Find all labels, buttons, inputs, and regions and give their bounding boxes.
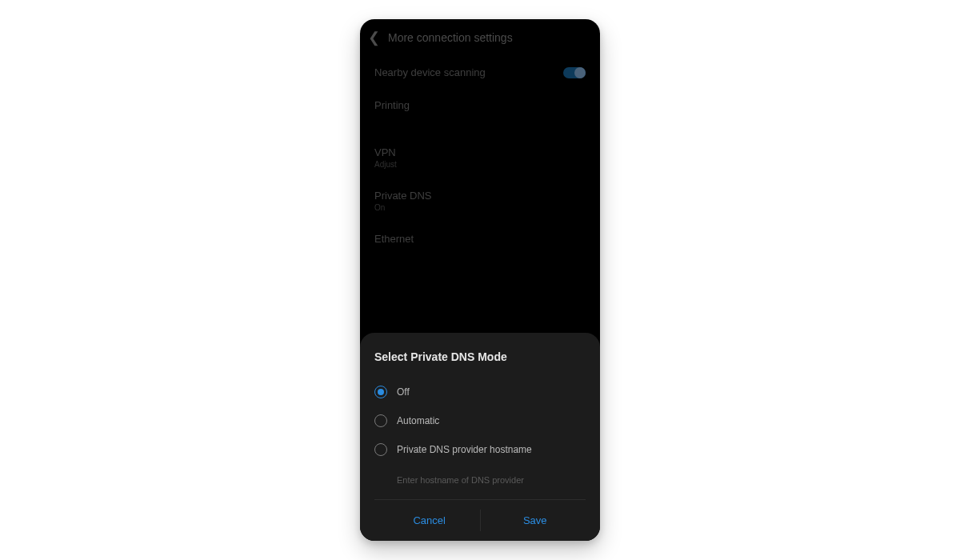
radio-hostname-icon[interactable] [374,443,387,456]
row-sublabel: On [374,203,432,212]
divider [480,510,481,531]
row-label: Private DNS [374,190,432,202]
row-label: Ethernet [374,233,414,245]
settings-list: Nearby device scanning Printing VPN Adju… [360,56,600,255]
phone-screen: ❮ More connection settings Nearby device… [360,19,600,541]
row-private-dns[interactable]: Private DNS On [360,179,600,222]
dialog-actions: Cancel Save [374,500,586,531]
row-ethernet[interactable]: Ethernet [360,222,600,255]
row-vpn[interactable]: VPN Adjust [360,136,600,179]
radio-automatic-icon[interactable] [374,414,387,427]
row-sublabel: Adjust [374,160,397,169]
option-hostname[interactable]: Private DNS provider hostname [374,435,586,464]
row-label: Printing [374,99,410,111]
option-label: Automatic [397,415,439,426]
option-automatic[interactable]: Automatic [374,406,586,435]
option-off[interactable]: Off [374,378,586,406]
row-printing[interactable]: Printing [360,89,600,122]
radio-off-icon[interactable] [374,386,387,398]
page-title: More connection settings [388,31,513,44]
row-nearby-device-scanning[interactable]: Nearby device scanning [360,56,600,89]
back-icon[interactable]: ❮ [368,30,380,45]
hostname-input[interactable]: Enter hostname of DNS provider [374,464,586,500]
topbar: ❮ More connection settings [360,19,600,56]
row-label: VPN [374,146,397,158]
row-label: Nearby device scanning [374,66,486,78]
option-label: Private DNS provider hostname [397,444,532,455]
cancel-button[interactable]: Cancel [394,510,464,531]
dialog-title: Select Private DNS Mode [374,350,586,363]
private-dns-dialog: Select Private DNS Mode Off Automatic Pr… [360,333,600,541]
option-label: Off [397,386,410,398]
toggle-nearby-device-scanning[interactable] [563,67,586,78]
save-button[interactable]: Save [504,510,566,531]
group-divider [360,122,600,136]
